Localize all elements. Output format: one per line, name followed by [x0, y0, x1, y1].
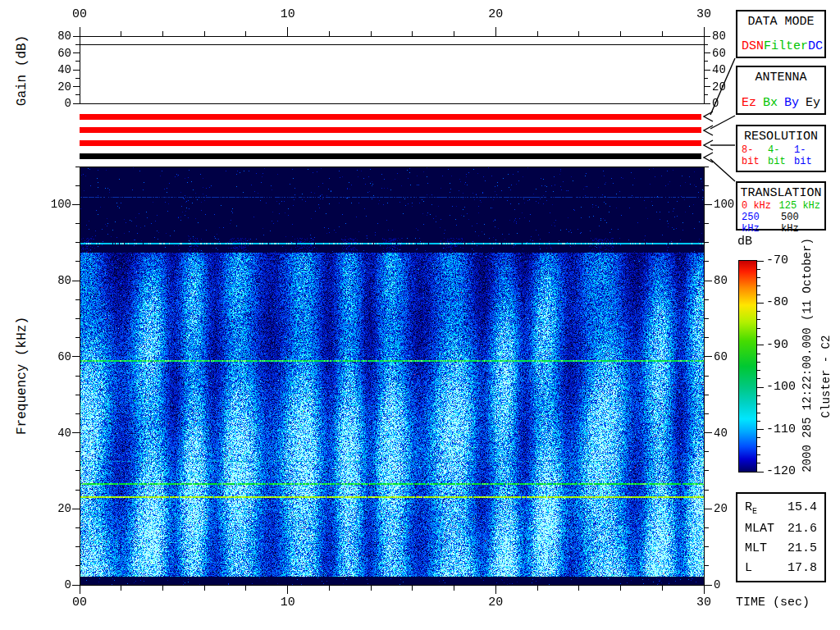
- freq-tick-label: 100: [714, 198, 746, 211]
- time-axis-tick: [329, 31, 330, 36]
- colorbar-tick: [757, 404, 760, 404]
- gain-axis-tick: [704, 78, 708, 79]
- freq-axis-tick: [75, 299, 80, 300]
- gain-axis-tick: [704, 103, 710, 104]
- legend-title-data-mode: DATA MODE: [740, 15, 822, 29]
- time-axis-tick: [620, 31, 621, 36]
- freq-tick-label: 0: [39, 578, 71, 591]
- status-bar-resolution: [80, 140, 701, 146]
- time-axis-tick: [662, 586, 663, 591]
- ephemeris-row-l: L 17.8: [745, 561, 817, 575]
- freq-axis-tick: [705, 546, 709, 547]
- legend-item-row: DSNFilterDC: [740, 39, 822, 53]
- legend-item: 8-bit: [742, 144, 768, 167]
- gain-axis-tick: [704, 61, 708, 62]
- connector-line-translation: [710, 159, 735, 181]
- colorbar-tick: [757, 472, 764, 472]
- colorbar-tick: [757, 319, 760, 320]
- freq-axis-tick: [75, 337, 80, 338]
- freq-tick-label: 80: [714, 274, 746, 287]
- freq-tick-label: 40: [714, 427, 746, 440]
- freq-tick-label: 0: [714, 578, 746, 591]
- colorbar-tick: [757, 413, 760, 413]
- time-axis-tick: [162, 586, 163, 591]
- gain-axis-tick: [704, 52, 710, 53]
- freq-axis-tick: [72, 204, 80, 205]
- legend-title-antenna: ANTENNA: [740, 71, 822, 84]
- time-axis-tick: [245, 586, 246, 591]
- colorbar-tick: [757, 303, 764, 304]
- legend-item: Ey: [806, 96, 820, 110]
- colorbar-tick-label: -120: [766, 465, 804, 478]
- time-tick-label: 00: [66, 8, 93, 21]
- time-axis-tick: [537, 31, 538, 36]
- time-axis-tick: [371, 586, 372, 591]
- freq-axis-tick: [705, 432, 712, 433]
- time-axis-tick: [412, 586, 413, 591]
- ephemeris-box: RE 15.4 MLAT 21.6 MLT 21.5 L 17.8: [736, 492, 826, 582]
- freq-axis-tick: [705, 204, 712, 205]
- gain-axis-tick: [73, 52, 80, 53]
- timestamp-label: 2000 285 12:22:00.000 (11 October): [801, 238, 814, 472]
- legend-item-row: 8-bit4-bit1-bit: [740, 144, 822, 167]
- legend-item-row: 250 kHz500 kHz: [740, 212, 822, 235]
- freq-tick-label: 80: [39, 274, 71, 287]
- colorbar-tick: [757, 269, 760, 270]
- legend-title-resolution: RESOLUTION: [740, 130, 822, 144]
- gain-axis-tick: [704, 94, 708, 95]
- gain-tick-label: 40: [712, 63, 745, 76]
- legend-title-translation: TRANSLATION: [740, 186, 822, 200]
- freq-axis-tick: [75, 167, 80, 167]
- freq-axis-tick: [75, 185, 80, 186]
- time-axis-tick: [204, 586, 205, 591]
- legend-item: 125 kHz: [779, 200, 820, 212]
- colorbar-tick-label: -110: [766, 423, 804, 436]
- freq-axis-tick: [705, 413, 709, 414]
- time-axis-tick: [495, 586, 496, 594]
- freq-axis-tick: [705, 167, 709, 167]
- freq-axis-tick: [705, 337, 709, 338]
- freq-tick-label: 60: [714, 350, 746, 363]
- time-axis-tick: [578, 586, 579, 591]
- time-axis-tick: [412, 31, 413, 36]
- time-tick-label: 10: [275, 8, 301, 21]
- time-axis-tick: [371, 31, 372, 36]
- gain-axis-tick: [704, 70, 710, 71]
- gain-axis-title: Gain (dB): [15, 35, 30, 106]
- gain-axis-tick: [73, 86, 80, 87]
- freq-tick-label: 40: [39, 427, 71, 440]
- status-bar-data-mode: [80, 114, 701, 120]
- gain-axis-tick: [704, 36, 710, 37]
- ephemeris-label: L: [745, 561, 752, 575]
- gain-axis-tick: [75, 78, 80, 79]
- legend-item: Filter: [764, 39, 808, 53]
- time-axis-tick: [204, 31, 205, 36]
- legend-item: Bx: [763, 96, 778, 110]
- gain-axis-tick: [73, 103, 80, 104]
- time-tick-label: 20: [482, 8, 509, 21]
- colorbar-tick: [757, 294, 760, 295]
- freq-axis-tick: [75, 413, 80, 414]
- time-tick-label: 30: [691, 596, 717, 609]
- freq-axis-tick: [75, 451, 80, 452]
- colorbar-gradient: [738, 260, 757, 472]
- colorbar-tick: [757, 354, 760, 354]
- connector-line-antenna: [710, 116, 735, 129]
- freq-axis-tick: [705, 299, 709, 300]
- freq-axis-tick: [75, 242, 80, 243]
- legend-item: By: [784, 96, 799, 110]
- colorbar-tick-label: -80: [766, 296, 804, 309]
- legend-item-row: EzBxByEy: [740, 96, 822, 110]
- time-tick-label: 00: [66, 596, 93, 609]
- freq-axis-tick: [705, 585, 712, 586]
- status-bar-antenna: [80, 127, 701, 133]
- gain-tick-label: 60: [39, 47, 71, 60]
- freq-axis-tick: [72, 509, 80, 509]
- time-axis-tick: [454, 586, 454, 591]
- legend-box-data-mode: DATA MODE DSNFilterDC: [736, 10, 826, 58]
- ephemeris-label: MLAT: [745, 522, 774, 536]
- freq-axis-tick: [705, 470, 709, 471]
- spectrogram-frame: [80, 167, 705, 586]
- freq-axis-tick: [705, 376, 709, 377]
- time-axis-tick: [162, 31, 163, 36]
